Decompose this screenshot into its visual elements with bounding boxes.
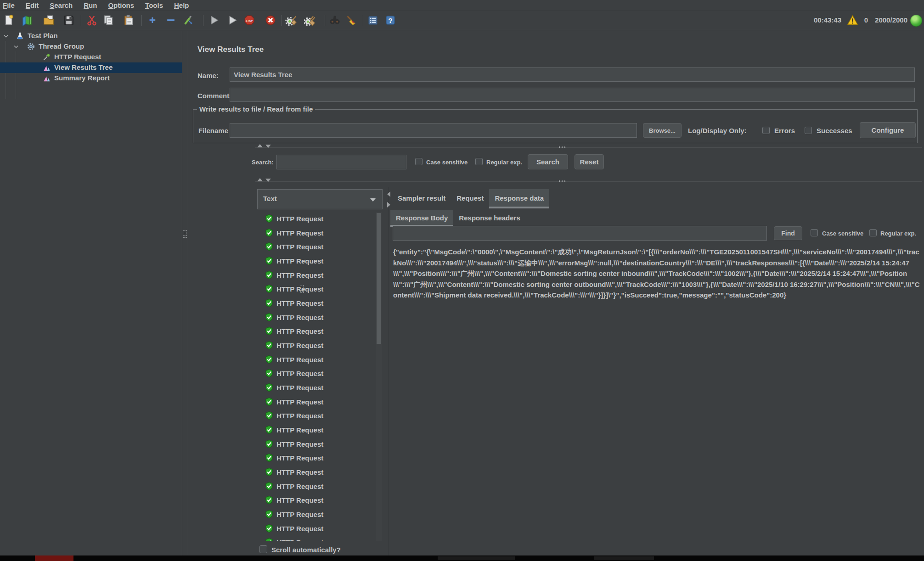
- tree-expand-icon[interactable]: [13, 44, 19, 50]
- successes-checkbox[interactable]: [805, 127, 812, 134]
- result-item[interactable]: HTTP Request: [257, 212, 376, 226]
- find-input[interactable]: [393, 226, 767, 241]
- result-item[interactable]: HTTP Request: [257, 353, 376, 367]
- menu-tools[interactable]: Tools: [145, 1, 163, 9]
- splitter2-collapse-up-icon[interactable]: [257, 178, 263, 181]
- clear-all-icon[interactable]: [304, 14, 316, 27]
- warning-icon[interactable]: [846, 15, 859, 26]
- find-button[interactable]: Find: [774, 226, 802, 240]
- result-item[interactable]: HTTP Request: [257, 282, 376, 296]
- result-item[interactable]: HTTP Request: [257, 508, 376, 522]
- result-item[interactable]: HTTP Request: [257, 240, 376, 254]
- result-item[interactable]: HTTP Request: [257, 438, 376, 451]
- successes-label: Successes: [817, 127, 852, 135]
- find-regex-checkbox[interactable]: [869, 229, 877, 236]
- result-item[interactable]: HTTP Request: [257, 522, 376, 536]
- search-case-checkbox[interactable]: [415, 158, 423, 165]
- response-body-text[interactable]: {"entity":"{\"MsgCode\":\"0000\",\"MsgCo…: [393, 247, 921, 301]
- tab-sampler-result[interactable]: Sampler result: [392, 189, 451, 207]
- open-file-icon[interactable]: [42, 14, 55, 27]
- errors-checkbox[interactable]: [762, 127, 770, 134]
- results-splitter[interactable]: [255, 181, 922, 182]
- result-item[interactable]: HTTP Request: [257, 381, 376, 395]
- name-input[interactable]: [230, 67, 915, 82]
- tree-item-http-request[interactable]: HTTP Request: [0, 52, 182, 62]
- results-view-select[interactable]: Text: [257, 189, 383, 209]
- divider-expand-right-icon[interactable]: [387, 202, 390, 208]
- results-response-divider[interactable]: [389, 187, 389, 555]
- clear-icon[interactable]: [285, 14, 298, 27]
- tree-item-view-results-tree[interactable]: View Results Tree: [0, 62, 182, 73]
- browse-button[interactable]: Browse...: [643, 123, 682, 138]
- tree-divider[interactable]: [182, 31, 182, 555]
- scroll-automatically-checkbox[interactable]: [259, 545, 267, 553]
- tab-request[interactable]: Request: [451, 189, 489, 207]
- clear-search-icon[interactable]: [345, 14, 358, 27]
- cut-icon[interactable]: [85, 14, 98, 27]
- result-item[interactable]: HTTP Request: [257, 226, 376, 240]
- configure-button[interactable]: Configure: [860, 122, 916, 138]
- result-item[interactable]: HTTP Request: [257, 409, 376, 423]
- result-item[interactable]: HTTP Request: [257, 297, 376, 310]
- search-icon[interactable]: [328, 14, 341, 27]
- reset-button[interactable]: Reset: [575, 154, 604, 169]
- menu-run[interactable]: Run: [84, 1, 97, 9]
- menu-file[interactable]: File: [3, 1, 15, 9]
- toggle-icon[interactable]: [182, 14, 195, 27]
- splitter-collapse-up-icon[interactable]: [257, 144, 263, 147]
- search-button[interactable]: Search: [528, 154, 568, 169]
- result-item[interactable]: HTTP Request: [257, 494, 376, 507]
- splitter-drag-handle[interactable]: [558, 146, 566, 148]
- results-scrollbar-thumb[interactable]: [377, 213, 381, 344]
- find-case-checkbox[interactable]: [811, 229, 818, 236]
- tab-response-data[interactable]: Response data: [489, 189, 549, 207]
- splitter2-collapse-down-icon[interactable]: [265, 179, 271, 182]
- results-scrollbar[interactable]: [376, 212, 382, 541]
- filename-input[interactable]: [230, 123, 637, 138]
- open-template-icon[interactable]: [21, 14, 34, 27]
- search-regex-checkbox[interactable]: [475, 158, 483, 165]
- result-item[interactable]: HTTP Request: [257, 311, 376, 325]
- start-icon[interactable]: [208, 14, 220, 27]
- result-item[interactable]: HTTP Request: [257, 423, 376, 437]
- search-splitter[interactable]: [255, 147, 922, 148]
- result-item[interactable]: HTTP Request: [257, 480, 376, 494]
- divider-collapse-left-icon[interactable]: [387, 191, 390, 197]
- splitter2-drag-handle[interactable]: [558, 180, 566, 182]
- search-input[interactable]: [276, 155, 406, 169]
- result-item[interactable]: HTTP Request: [257, 536, 376, 541]
- copy-icon[interactable]: [102, 14, 115, 27]
- shutdown-icon[interactable]: [264, 14, 277, 27]
- result-item[interactable]: HTTP Request: [257, 254, 376, 268]
- splitter-collapse-down-icon[interactable]: [265, 145, 271, 148]
- result-item[interactable]: HTTP Request: [257, 339, 376, 353]
- result-item[interactable]: HTTP Request: [257, 395, 376, 409]
- result-item[interactable]: HTTP Request: [257, 367, 376, 381]
- tree-item-test-plan[interactable]: Test Plan: [0, 31, 182, 41]
- save-icon[interactable]: [62, 14, 75, 27]
- collapse-all-icon[interactable]: [164, 14, 177, 27]
- subtab-response-headers[interactable]: Response headers: [453, 210, 525, 225]
- subtab-response-body[interactable]: Response Body: [390, 210, 453, 225]
- result-item[interactable]: HTTP Request: [257, 325, 376, 338]
- result-item[interactable]: HTTP Request: [257, 466, 376, 479]
- stop-icon[interactable]: STOP: [243, 14, 256, 27]
- start-no-timers-icon[interactable]: [226, 14, 239, 27]
- result-item[interactable]: HTTP Request: [257, 451, 376, 465]
- comments-input[interactable]: [230, 88, 915, 102]
- new-file-icon[interactable]: [2, 14, 15, 27]
- menu-edit[interactable]: Edit: [26, 1, 39, 9]
- function-helper-icon[interactable]: [366, 14, 379, 27]
- expand-all-icon[interactable]: +: [146, 14, 159, 27]
- tree-item-summary-report[interactable]: Summary Report: [0, 73, 182, 84]
- tree-expand-icon[interactable]: [3, 33, 9, 39]
- menu-help[interactable]: Help: [174, 1, 189, 9]
- menu-options[interactable]: Options: [108, 1, 134, 9]
- menu-search[interactable]: Search: [50, 1, 73, 9]
- tree-divider-handle[interactable]: [183, 230, 187, 238]
- help-icon[interactable]: ?: [384, 14, 397, 27]
- result-item[interactable]: HTTP Request: [257, 269, 376, 282]
- divider-drag-handle[interactable]: [300, 285, 304, 293]
- tree-item-thread-group[interactable]: Thread Group: [0, 41, 182, 52]
- paste-icon[interactable]: [122, 14, 135, 27]
